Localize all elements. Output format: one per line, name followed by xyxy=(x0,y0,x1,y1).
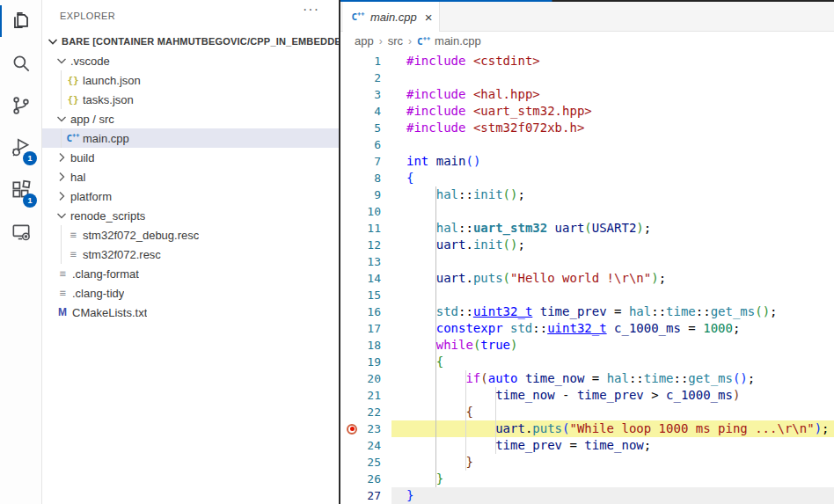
code-line-12[interactable]: 12 uart.init(); xyxy=(340,237,834,253)
gutter[interactable]: 25 xyxy=(340,454,406,471)
tree-item-platform[interactable]: platform xyxy=(42,186,339,206)
gutter[interactable]: 20 xyxy=(340,370,406,387)
breadcrumb-app[interactable]: app xyxy=(355,34,374,47)
code-line-15[interactable]: 15 xyxy=(340,287,834,303)
code-line-23[interactable]: 23 uart.puts("While loop 1000 ms ping ..… xyxy=(340,420,834,437)
gutter[interactable]: 23 xyxy=(340,420,406,437)
gutter[interactable]: 24 xyxy=(340,437,406,454)
gutter[interactable]: 22 xyxy=(340,404,406,420)
gutter[interactable]: 2 xyxy=(340,69,406,86)
code-line-27[interactable]: 27} xyxy=(340,487,834,504)
code-line-26[interactable]: 26 } xyxy=(340,471,834,487)
code-text: { xyxy=(406,170,413,186)
gutter[interactable]: 3 xyxy=(340,86,406,103)
activity-remote-explorer-button[interactable] xyxy=(0,211,41,253)
breadcrumb: app › src › C++ main.cpp xyxy=(340,32,834,50)
close-icon[interactable]: × xyxy=(425,11,433,24)
gutter[interactable]: 18 xyxy=(340,337,406,354)
activity-source-control-button[interactable] xyxy=(0,84,41,127)
breakpoint-icon[interactable] xyxy=(347,424,357,435)
gutter[interactable]: 14 xyxy=(340,270,406,287)
tree-item-cmakelists-txt[interactable]: MCMakeLists.txt xyxy=(42,303,339,322)
tree-item-main-cpp[interactable]: C++main.cpp xyxy=(42,128,339,148)
code-line-16[interactable]: 16 std::uint32_t time_prev = hal::time::… xyxy=(340,303,834,320)
tree-item--clang-tidy[interactable]: ≡.clang-tidy xyxy=(42,283,339,303)
gutter[interactable]: 11 xyxy=(340,220,406,237)
gutter[interactable]: 21 xyxy=(340,387,406,404)
gutter[interactable]: 15 xyxy=(340,287,406,303)
gutter[interactable]: 10 xyxy=(340,203,406,220)
tree-item--clang-format[interactable]: ≡.clang-format xyxy=(42,264,339,283)
code-line-3[interactable]: 3#include <hal.hpp> xyxy=(340,86,834,103)
tree-item-app-src[interactable]: app / src xyxy=(42,109,339,128)
debug-badge: 1 xyxy=(23,151,37,165)
activity-explorer-button[interactable] xyxy=(0,0,41,42)
code-line-8[interactable]: 8{ xyxy=(340,170,834,186)
code-text: } xyxy=(406,471,443,487)
gutter[interactable]: 7 xyxy=(340,153,406,170)
tree-item--vscode[interactable]: .vscode xyxy=(42,51,339,70)
tree-item-renode-scripts[interactable]: renode_scripts xyxy=(42,206,339,225)
gutter[interactable]: 12 xyxy=(340,237,406,253)
chevron-right-icon xyxy=(55,189,69,203)
code-line-13[interactable]: 13 xyxy=(340,253,834,270)
tree-item-label: .clang-tidy xyxy=(72,287,124,300)
gutter[interactable]: 9 xyxy=(340,186,406,203)
breadcrumb-src[interactable]: src xyxy=(388,34,403,47)
tab-main-cpp[interactable]: C++ main.cpp × xyxy=(343,2,440,32)
tree-item-stm32f072-debug-resc[interactable]: ≡stm32f072_debug.resc xyxy=(42,225,339,245)
gutter[interactable]: 19 xyxy=(340,354,406,370)
tree-item-build[interactable]: build xyxy=(42,148,339,167)
code-line-17[interactable]: 17 constexpr std::uint32_t c_1000_ms = 1… xyxy=(340,320,834,337)
code-line-5[interactable]: 5#include <stm32f072xb.h> xyxy=(340,120,834,136)
gutter[interactable]: 26 xyxy=(340,471,406,487)
code-line-9[interactable]: 9 hal::init(); xyxy=(340,186,834,203)
activity-run-debug-button[interactable]: 1 xyxy=(0,127,41,169)
code-text: } xyxy=(406,454,473,471)
gutter[interactable]: 1 xyxy=(340,53,406,69)
gutter[interactable]: 6 xyxy=(340,136,406,153)
tree-item-launch-json[interactable]: {}launch.json xyxy=(42,70,339,90)
code-text: uart.init(); xyxy=(406,237,525,253)
tree-item-label: renode_scripts xyxy=(70,209,145,223)
code-line-19[interactable]: 19 { xyxy=(340,354,834,370)
code-line-2[interactable]: 2 xyxy=(340,69,834,86)
code-text: { xyxy=(406,404,473,420)
code-line-22[interactable]: 22 { xyxy=(340,404,834,420)
activity-extensions-button[interactable]: 1 xyxy=(0,169,41,211)
code-line-21[interactable]: 21 time_now - time_prev > c_1000_ms) xyxy=(340,387,834,404)
gutter[interactable]: 27 xyxy=(340,487,406,504)
code-editor[interactable]: 1#include <cstdint>23#include <hal.hpp>4… xyxy=(340,53,834,504)
tree-item-stm32f072-resc[interactable]: ≡stm32f072.resc xyxy=(42,245,339,264)
tree-item-hal[interactable]: hal xyxy=(42,167,339,186)
code-text: #include <uart_stm32.hpp> xyxy=(406,103,592,120)
code-line-7[interactable]: 7int main() xyxy=(340,153,834,170)
tree-item-label: .clang-format xyxy=(72,267,139,281)
line-number: 22 xyxy=(340,404,381,420)
explorer-title: EXPLORER xyxy=(42,11,115,21)
code-line-10[interactable]: 10 xyxy=(340,203,834,220)
code-line-18[interactable]: 18 while(true) xyxy=(340,337,834,354)
tree-root-folder[interactable]: BARE [CONTAINER MAHMUTBEGOVIC/CPP_IN_EMB… xyxy=(42,32,339,51)
code-line-1[interactable]: 1#include <cstdint> xyxy=(340,53,834,69)
code-line-20[interactable]: 20 if(auto time_now = hal::time::get_ms(… xyxy=(340,370,834,387)
code-text: #include <hal.hpp> xyxy=(406,86,540,103)
gutter[interactable]: 4 xyxy=(340,103,406,120)
code-line-4[interactable]: 4#include <uart_stm32.hpp> xyxy=(340,103,834,120)
code-line-11[interactable]: 11 hal::uart_stm32 uart(USART2); xyxy=(340,220,834,237)
gutter[interactable]: 16 xyxy=(340,303,406,320)
gutter[interactable]: 17 xyxy=(340,320,406,337)
code-line-25[interactable]: 25 } xyxy=(340,454,834,471)
code-line-14[interactable]: 14 uart.puts("Hello world !\r\n"); xyxy=(340,270,834,287)
tree-item-tasks-json[interactable]: {}tasks.json xyxy=(42,90,339,109)
more-actions-icon[interactable]: ··· xyxy=(303,2,319,18)
gutter[interactable]: 8 xyxy=(340,170,406,186)
breadcrumb-main-cpp[interactable]: main.cpp xyxy=(435,34,481,47)
cpp-file-icon: C++ xyxy=(65,132,81,144)
activity-bar: 1 1 xyxy=(0,0,42,504)
code-line-24[interactable]: 24 time_prev = time_now; xyxy=(340,437,834,454)
gutter[interactable]: 13 xyxy=(340,253,406,270)
gutter[interactable]: 5 xyxy=(340,120,406,136)
activity-search-button[interactable] xyxy=(0,42,41,84)
code-line-6[interactable]: 6 xyxy=(340,136,834,153)
